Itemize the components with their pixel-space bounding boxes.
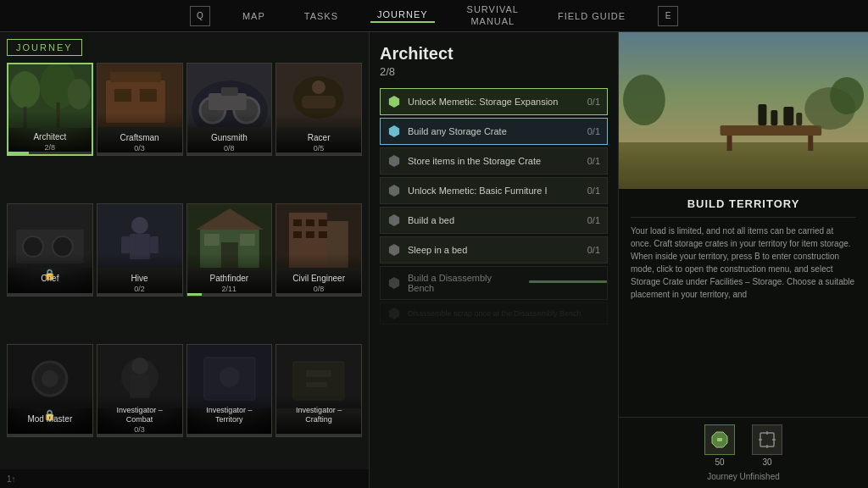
nav-survival-manual[interactable]: SURVIVALMANUAL xyxy=(460,4,526,26)
right-section-title: BUILD TERRITORY xyxy=(631,197,856,210)
reward-icons: 50 30 xyxy=(704,424,782,467)
task-build-storage-crate[interactable]: Build any Storage Crate 0/1 xyxy=(380,118,608,145)
svg-rect-72 xyxy=(758,104,766,125)
right-footer: 50 30 xyxy=(619,417,868,488)
grid-cell-chef[interactable]: 🔒 Chef xyxy=(7,203,93,297)
svg-rect-43 xyxy=(306,231,314,238)
right-image xyxy=(619,32,868,189)
architect-progress: 2/8 xyxy=(380,65,608,78)
grid-cell-inv-crafting[interactable]: Investigator –Crafting xyxy=(275,344,362,437)
task-disassemble-scrap[interactable]: Disassemble scrap once at the Disassembl… xyxy=(380,302,608,324)
nav-tasks[interactable]: TASKS xyxy=(298,11,345,21)
svg-rect-40 xyxy=(306,219,314,226)
svg-point-3 xyxy=(67,79,90,109)
task-text-5: Build a bed xyxy=(408,215,581,225)
right-text-section: BUILD TERRITORY Your load is limited, an… xyxy=(619,189,868,417)
cell-label-mod-master: Mod Master xyxy=(25,413,74,425)
task-icon-1 xyxy=(387,95,401,108)
svg-rect-44 xyxy=(319,231,327,238)
svg-rect-10 xyxy=(110,72,161,82)
cell-progress-craftsman: 0/3 xyxy=(134,144,145,152)
svg-rect-41 xyxy=(319,219,327,226)
right-description: Your load is limited, and not all items … xyxy=(631,217,856,301)
journey-section-label: JOURNEY xyxy=(7,39,82,56)
svg-marker-60 xyxy=(389,125,399,137)
grid-cell-inv-combat[interactable]: Investigator –Combat 0/3 xyxy=(97,344,183,437)
cell-label-hive: Hive xyxy=(130,272,150,285)
cell-progress-inv-combat: 0/3 xyxy=(134,425,145,434)
right-panel: BUILD TERRITORY Your load is limited, an… xyxy=(619,32,868,488)
task-count-3: 0/1 xyxy=(587,156,600,166)
svg-point-26 xyxy=(131,217,148,234)
svg-point-50 xyxy=(131,358,148,374)
main-content: JOURNEY Architect 2/8 xyxy=(0,32,868,488)
task-icon-6 xyxy=(387,243,401,257)
grid-cell-craftsman[interactable]: Craftsman 0/3 xyxy=(97,63,183,156)
task-sleep-bed[interactable]: Sleep in a bed 0/1 xyxy=(380,236,608,263)
journey-grid: Architect 2/8 Craftsman 0/3 xyxy=(7,63,362,481)
svg-marker-61 xyxy=(389,155,399,167)
grid-cell-civil-engineer[interactable]: Civil Engineer 0/8 xyxy=(275,203,362,297)
svg-rect-39 xyxy=(293,219,302,226)
svg-rect-34 xyxy=(203,234,219,246)
svg-rect-74 xyxy=(783,107,793,125)
task-unlock-memetic-furniture[interactable]: Unlock Memetic: Basic Furniture I 0/1 xyxy=(380,177,608,204)
svg-rect-70 xyxy=(727,136,732,151)
svg-point-1 xyxy=(10,71,40,108)
task-count-1: 0/1 xyxy=(587,97,600,107)
svg-marker-59 xyxy=(389,96,399,108)
task-icon-5 xyxy=(387,214,401,227)
svg-rect-58 xyxy=(306,382,327,387)
task-text-6: Sleep in a bed xyxy=(408,245,581,255)
grid-cell-architect[interactable]: Architect 2/8 xyxy=(7,63,93,156)
task-text-3: Store items in the Storage Crate xyxy=(408,156,581,166)
nav-map[interactable]: MAP xyxy=(236,11,272,21)
cell-label-pathfinder: Pathfinder xyxy=(209,272,251,285)
cell-label-craftsman: Craftsman xyxy=(119,131,161,144)
cell-label-gunsmith: Gunsmith xyxy=(209,131,249,144)
svg-rect-9 xyxy=(140,89,157,102)
nav-field-guide[interactable]: FIELD GUIDE xyxy=(551,11,632,21)
cell-label-racer: Racer xyxy=(306,131,332,144)
cell-progress-chef xyxy=(49,285,52,293)
svg-rect-73 xyxy=(771,110,777,125)
svg-rect-71 xyxy=(808,136,813,151)
task-count-6: 0/1 xyxy=(587,245,600,255)
task-build-disassembly-bench[interactable]: Build a Disassembly Bench xyxy=(380,266,608,300)
grid-cell-racer[interactable]: Racer 0/5 xyxy=(275,63,362,156)
cell-label-architect: Architect xyxy=(31,130,68,143)
svg-marker-62 xyxy=(389,185,399,197)
svg-point-19 xyxy=(312,80,326,94)
grid-cell-inv-territory[interactable]: Investigator –Territory xyxy=(186,344,273,437)
svg-rect-29 xyxy=(150,236,159,253)
top-navigation: Q MAP TASKS JOURNEY SURVIVALMANUAL FIELD… xyxy=(0,0,868,32)
svg-rect-28 xyxy=(121,236,130,253)
journey-status: Journey Unfinished xyxy=(707,472,780,481)
task-count-4: 0/1 xyxy=(587,186,600,196)
cell-progress-mod-master xyxy=(49,425,52,434)
architect-title: Architect xyxy=(380,44,608,64)
task-store-items[interactable]: Store items in the Storage Crate 0/1 xyxy=(380,147,608,175)
task-list: Unlock Memetic: Storage Expansion 0/1 Bu… xyxy=(380,88,608,480)
svg-point-47 xyxy=(42,370,58,387)
grid-cell-mod-master[interactable]: 🔒 Mod Master xyxy=(7,344,93,437)
cell-progress-inv-territory xyxy=(228,425,231,434)
task-text-4: Unlock Memetic: Basic Furniture I xyxy=(408,186,581,196)
reward-icon-box-1 xyxy=(704,424,735,455)
cell-progress-pathfinder: 2/11 xyxy=(222,285,237,293)
grid-cell-gunsmith[interactable]: Gunsmith 0/8 xyxy=(186,63,273,156)
nav-journey[interactable]: JOURNEY xyxy=(370,9,435,23)
nav-q-button[interactable]: Q xyxy=(190,6,210,26)
svg-marker-66 xyxy=(389,308,399,319)
svg-rect-8 xyxy=(114,89,131,102)
cell-label-inv-crafting: Investigator –Crafting xyxy=(294,404,343,425)
svg-point-76 xyxy=(623,75,665,125)
nav-e-button[interactable]: E xyxy=(658,6,678,26)
svg-marker-65 xyxy=(389,277,399,289)
task-build-bed[interactable]: Build a bed 0/1 xyxy=(380,207,608,234)
reward-count-2: 30 xyxy=(762,458,771,467)
task-unlock-memetic-storage[interactable]: Unlock Memetic: Storage Expansion 0/1 xyxy=(380,88,608,115)
grid-cell-hive[interactable]: Hive 0/2 xyxy=(97,203,183,297)
reward-item-2: 30 xyxy=(752,424,782,467)
grid-cell-pathfinder[interactable]: Pathfinder 2/11 xyxy=(186,203,273,297)
